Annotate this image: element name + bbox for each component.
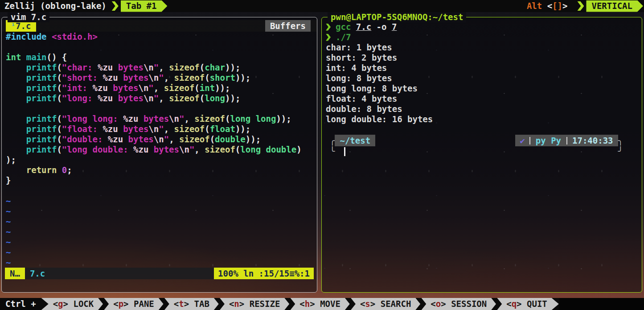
bracket: < xyxy=(229,299,234,309)
hint-label: PANE xyxy=(129,299,154,309)
vim-ruler: 100% ln :15/15≡%:1 xyxy=(214,268,314,279)
prompt-chevron-icon xyxy=(326,24,331,31)
prompt-corner-top-left: ╭ xyxy=(330,136,335,146)
bracket: < xyxy=(53,299,58,309)
terminal-line: double: 8 bytes xyxy=(326,104,642,114)
hint-label: TAB xyxy=(189,299,209,309)
bracket: < xyxy=(174,299,179,309)
top-bar: Zellij (oblong-lake) Tab #1 Alt <[]> VER… xyxy=(0,0,644,12)
bracket: > xyxy=(63,299,68,309)
cwd-badge: ~/test xyxy=(335,135,375,146)
tilde-marker: ~ xyxy=(6,196,317,206)
hint-label: LOCK xyxy=(68,299,94,309)
hint-key: n xyxy=(234,299,239,309)
tilde-marker: ~ xyxy=(6,216,317,227)
command-text: gcc 7.c -o 7 xyxy=(336,22,397,32)
tilde-marker: ~ xyxy=(6,247,317,257)
bracket: > xyxy=(123,299,128,309)
code-line: ); xyxy=(6,155,317,165)
prompt-spacer xyxy=(345,146,618,157)
hint-key: s xyxy=(365,299,370,309)
prompt-corner-bottom-right: ╯ xyxy=(618,146,623,157)
prompt-corner-bottom-left: ╰ xyxy=(330,146,335,157)
tilde-marker: ~ xyxy=(6,227,317,237)
hint-key: p xyxy=(119,299,123,309)
tilde-marker: ~ xyxy=(6,237,317,247)
code-line: printf("long double: %zu bytes\n", sizeo… xyxy=(6,145,317,155)
prompt-chevron-icon xyxy=(326,34,331,41)
bracket: > xyxy=(239,299,244,309)
hint-key: g xyxy=(58,299,63,309)
hint-move[interactable]: <h> MOVE xyxy=(295,298,345,310)
hint-session[interactable]: <o> SESSION xyxy=(426,298,491,310)
separator-arrow-icon xyxy=(284,298,295,310)
hint-label: QUIT xyxy=(522,299,547,309)
tab-badge[interactable]: Tab #1 xyxy=(121,0,168,12)
vim-statusline: N… 7.c 100% ln :15/15≡%:1 xyxy=(5,268,314,279)
bracket: > xyxy=(517,299,521,309)
bracket: > xyxy=(370,299,375,309)
hint-resize[interactable]: <n> RESIZE xyxy=(225,298,284,310)
bracket: < xyxy=(506,299,511,309)
buffers-label: Buffers xyxy=(265,20,311,32)
hint-label: SESSION xyxy=(446,299,487,309)
code-line xyxy=(6,186,317,196)
code-line: printf("double: %zu bytes\n", sizeof(dou… xyxy=(6,134,317,145)
bracket: < xyxy=(299,299,304,309)
success-check-icon: ✔ xyxy=(515,136,529,146)
hint-lock[interactable]: <g> LOCK xyxy=(49,298,98,310)
terminal-command-line: gcc 7.c -o 7 xyxy=(326,22,642,32)
hint-label: RESIZE xyxy=(244,299,280,309)
code-line: printf("char: %zu bytes\n", sizeof(char)… xyxy=(6,62,317,73)
prompt-corner-top-right: ╮ xyxy=(618,136,623,146)
hint-quit[interactable]: <q> QUIT xyxy=(502,298,552,310)
code-line: return 0; xyxy=(6,165,317,175)
tilde-marker: ~ xyxy=(6,206,317,216)
terminal-line xyxy=(326,124,642,135)
hint-key: h xyxy=(305,299,310,309)
shell-prompt-line[interactable]: ╭ ~/test ✔ py Py 17:40:33 ╮ xyxy=(326,135,642,146)
terminal-command-line: ./7 xyxy=(326,32,642,42)
chevron-separator-icon xyxy=(112,1,119,11)
separator-arrow-icon xyxy=(159,298,169,310)
vim-mode-badge: N… xyxy=(5,268,25,279)
bracket: < xyxy=(113,299,118,309)
shell-input-line[interactable]: ╰ ╯ xyxy=(326,146,642,157)
terminal-line: long: 8 bytes xyxy=(326,73,642,83)
vim-statusline-middle: 7.c xyxy=(25,268,214,279)
terminal-line: float: 4 bytes xyxy=(326,94,642,104)
bracket: > xyxy=(184,299,189,309)
code-line: printf("long long: %zu bytes\n", sizeof(… xyxy=(6,114,317,124)
code-line: int main() { xyxy=(6,52,317,62)
hint-key: o xyxy=(436,299,441,309)
hint-key: q xyxy=(512,299,517,309)
separator-arrow-icon xyxy=(41,298,49,310)
code-line: printf("float: %zu bytes\n", sizeof(floa… xyxy=(6,124,317,134)
hint-pane[interactable]: <p> PANE xyxy=(109,298,159,310)
session-name: Zellij (oblong-lake) xyxy=(0,1,107,11)
vim-pane-title: vim 7.c xyxy=(8,12,49,22)
hint-search[interactable]: <s> SEARCH xyxy=(356,298,415,310)
terminal-line: long double: 16 bytes xyxy=(326,114,642,124)
terminal-line: long long: 8 bytes xyxy=(326,83,642,94)
layout-mode-indicator: VERTICAL xyxy=(572,0,643,12)
layout-mode-badge: VERTICAL xyxy=(586,0,643,12)
keybind-bar: Ctrl + <g> LOCK <p> PANE <t> TAB <n> RES… xyxy=(0,298,644,310)
code-line: printf("short: %zu bytes\n", sizeof(shor… xyxy=(6,73,317,83)
terminal-pane[interactable]: pwn@LAPTOP-5SQ6MNOQ:~/test gcc 7.c -o 7 … xyxy=(321,17,642,293)
vim-filename: 7.c xyxy=(30,269,45,279)
hint-tab[interactable]: <t> TAB xyxy=(169,298,214,310)
chevron-separator-icon xyxy=(577,1,584,11)
separator-arrow-icon xyxy=(415,298,426,310)
terminal-line: int: 4 bytes xyxy=(326,63,642,73)
bracket: > xyxy=(310,299,315,309)
alt-keybind-hint: Alt <[]> xyxy=(527,1,568,11)
vim-code-area[interactable]: #include <stdio.h> int main() { printf("… xyxy=(2,32,317,268)
separator-arrow-icon xyxy=(552,298,559,310)
vim-pane[interactable]: vim 7.c ¹7.c Buffers #include <stdio.h> … xyxy=(1,17,317,293)
separator-arrow-icon xyxy=(98,298,109,310)
code-line xyxy=(6,42,317,52)
hint-label: MOVE xyxy=(315,299,340,309)
separator-arrow-icon xyxy=(491,298,502,310)
terminal-line: char: 1 bytes xyxy=(326,42,642,53)
